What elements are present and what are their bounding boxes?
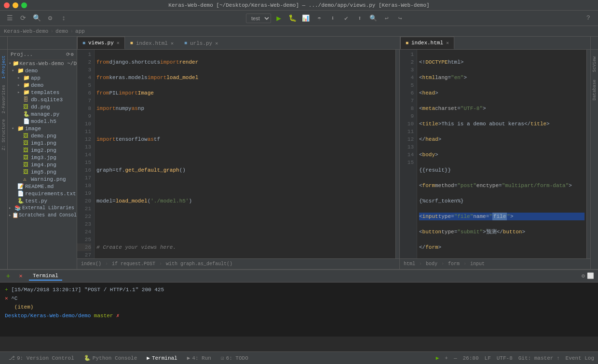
- tree-item-img2-png[interactable]: ▸ 🖼 img2.png: [8, 147, 77, 154]
- tree-item-demo-png[interactable]: ▸ 🖼 demo.png: [8, 132, 77, 139]
- terminal-add-btn[interactable]: +: [4, 272, 13, 281]
- html-line-11: <input type="file" name="file">: [419, 213, 584, 220]
- tree-item-demo[interactable]: ▾ 📁 demo: [8, 67, 77, 74]
- minimize-button[interactable]: [13, 2, 18, 8]
- tree-item-scratches[interactable]: ▸ 📋 Scratches and Consol: [8, 212, 77, 219]
- left-code-content[interactable]: from django.shortcuts import render from…: [95, 50, 395, 258]
- toolbar-coverage-btn[interactable]: ☂: [313, 13, 325, 24]
- tab-close-urls-py[interactable]: ✕: [215, 40, 218, 46]
- right-tab-index-html-label: index.html: [411, 40, 443, 46]
- toolbar-redo-btn[interactable]: ↪: [394, 13, 406, 24]
- terminal-log-line: [15/May/2018 13:20:17] "POST / HTTP/1.1"…: [11, 287, 164, 293]
- terminal-settings-icon[interactable]: ⚙: [582, 272, 585, 280]
- left-scrollbar[interactable]: [395, 50, 399, 258]
- toolbar-menu-btn[interactable]: ☰: [4, 13, 15, 24]
- tree-item-external-libraries[interactable]: ▸ 📚 External Libraries: [8, 204, 77, 212]
- tree-item-dd-png[interactable]: ▸ 🖼 dd.png: [8, 103, 77, 110]
- titlebar: Keras-Web-demo [~/Desktop/Keras-Web-demo…: [0, 0, 598, 11]
- tree-item-warning-png[interactable]: ▸ ⚠ Warning.png: [8, 175, 77, 183]
- tree-label-image: image: [25, 126, 41, 132]
- maximize-button[interactable]: [21, 2, 27, 8]
- tree-item-db-sqlite3[interactable]: ▸ 🗄 db.sqlite3: [8, 96, 77, 103]
- terminal-content[interactable]: + [15/May/2018 13:20:17] "POST / HTTP/1.…: [0, 283, 598, 337]
- folder-icon-image: 📁: [17, 125, 25, 132]
- png-icon-warning: ⚠: [23, 176, 31, 182]
- tree-item-image[interactable]: ▾ 📁 image: [8, 125, 77, 132]
- right-tab-close[interactable]: ✕: [446, 40, 449, 46]
- tab-close-index-html[interactable]: ✕: [171, 40, 174, 46]
- close-button[interactable]: [4, 2, 10, 8]
- html-line-1: <!DOCTYPE html>: [419, 58, 584, 66]
- tab-index-html[interactable]: ■ index.html ✕: [125, 37, 179, 49]
- panel-tab-project[interactable]: 1-Project: [0, 54, 7, 81]
- panel-tab-structure[interactable]: Z: Structure: [0, 117, 7, 152]
- right-scrollbar[interactable]: [586, 50, 590, 258]
- tree-item-templates[interactable]: ▸ 📁 templates: [8, 89, 77, 96]
- tree-item-keras-web-demo[interactable]: ▾ 📁 Keras-Web-demo ~/D: [8, 60, 77, 67]
- toolbar-profile-btn[interactable]: 📊: [300, 13, 312, 24]
- tree-item-demo-sub[interactable]: ▸ 📁 demo: [8, 81, 77, 89]
- png-icon-img1: 🖼: [23, 140, 31, 146]
- right-breadcrumb: html › body › form › input: [404, 261, 485, 267]
- toolbar-vcs-commit-btn[interactable]: ✔: [340, 13, 352, 24]
- tab-views-py[interactable]: ■ views.py ✕: [77, 37, 125, 49]
- tab-close-views-py[interactable]: ✕: [117, 40, 120, 46]
- toolbar-undo-btn[interactable]: ↩: [381, 13, 393, 24]
- tree-item-img1-png[interactable]: ▸ 🖼 img1.png: [8, 139, 77, 147]
- right-panel-tab-database[interactable]: Database: [591, 77, 598, 103]
- html-line-9: <form method="post" enctype="multipart/f…: [419, 182, 584, 189]
- terminal-line-3: (item): [5, 303, 593, 311]
- tree-item-img4-png[interactable]: ▸ 🖼 img4.png: [8, 161, 77, 168]
- run-config-select[interactable]: test: [246, 13, 271, 23]
- sidebar-settings-icon[interactable]: ⚙: [71, 52, 74, 57]
- tree-item-img3-jpg[interactable]: ▸ 🖼 img3.jpg: [8, 154, 77, 161]
- terminal-area: + ✕ Terminal ⚙ ⬜ + [15/May/2018 13:20:17…: [0, 269, 598, 337]
- toolbar-vcs-push-btn[interactable]: ⬆: [354, 13, 366, 24]
- toolbar-vcs-update-btn[interactable]: ⬇: [327, 13, 339, 24]
- code-line-9: [96, 182, 394, 189]
- md-icon: 📝: [17, 183, 25, 189]
- toolbar-run-btn[interactable]: ▶: [273, 13, 285, 24]
- right-panel-tab-scview[interactable]: ScView: [591, 54, 598, 75]
- ext-lib-icon: 📚: [14, 205, 22, 211]
- toolbar-search-btn[interactable]: 🔍: [31, 13, 42, 24]
- terminal-tab[interactable]: Terminal: [29, 272, 62, 281]
- right-code-content[interactable]: <!DOCTYPE html> <html lang="en"> <head> …: [417, 50, 586, 258]
- tree-item-test-py[interactable]: ▸ 🐍 test.py: [8, 197, 77, 204]
- py-icon: ■: [82, 40, 85, 46]
- terminal-ctrl-c: ^C: [11, 296, 17, 301]
- html-line-13: </form>: [419, 243, 584, 251]
- sidebar-sync-icon[interactable]: ⟳: [66, 52, 70, 57]
- toolbar-help-btn[interactable]: ?: [583, 13, 594, 24]
- tree-item-readme-md[interactable]: ▸ 📝 README.md: [8, 183, 77, 190]
- toolbar-collapse-btn[interactable]: ↕: [58, 13, 69, 24]
- terminal-close-btn[interactable]: ✕: [16, 272, 25, 281]
- toolbar-sync-btn[interactable]: ⟳: [17, 13, 29, 24]
- tree-item-app[interactable]: ▸ 📁 app: [8, 74, 77, 81]
- tree-label-model-h5: model.h5: [31, 119, 56, 124]
- tree-label-test-py: test.py: [25, 198, 47, 204]
- breadcrumb-app: app: [75, 28, 85, 34]
- tree-item-requirements-txt[interactable]: ▸ 📄 requirements.txt: [8, 190, 77, 197]
- tab-urls-py[interactable]: ■ urls.py ✕: [179, 37, 223, 49]
- tree-item-img5-png[interactable]: ▸ 🖼 img5.png: [8, 168, 77, 175]
- tree-item-model-h5[interactable]: ▸ 📄 model.h5: [8, 118, 77, 125]
- panel-tab-favorites[interactable]: 2-Favorites: [0, 83, 7, 115]
- toolbar-settings-btn[interactable]: ⚙: [44, 13, 56, 24]
- tree-label-keras-web-demo: Keras-Web-demo ~/D: [19, 61, 77, 67]
- left-line-numbers: 12345 678910 1112131415 1617181920 21222…: [77, 50, 95, 258]
- tab-urls-py-label: urls.py: [190, 40, 212, 46]
- terminal-branch: master: [94, 313, 113, 319]
- tree-label-img1-png: img1.png: [31, 140, 56, 146]
- folder-icon-app: 📁: [23, 75, 31, 81]
- toolbar-debug-btn[interactable]: 🐛: [286, 13, 298, 24]
- tree-label-img3-jpg: img3.jpg: [31, 155, 56, 161]
- toolbar-find-btn[interactable]: 🔍: [367, 13, 379, 24]
- terminal-maximize-icon[interactable]: ⬜: [587, 272, 594, 280]
- right-tab-index-html[interactable]: ■ index.html ✕: [400, 37, 454, 49]
- tree-label-img4-png: img4.png: [31, 162, 56, 168]
- png-icon-img2: 🖼: [23, 147, 31, 153]
- terminal-line-2: ✕ ^C: [5, 294, 593, 303]
- scratch-icon: 📋: [12, 212, 19, 218]
- tree-item-manage-py[interactable]: ▸ 🐍 manage.py: [8, 110, 77, 118]
